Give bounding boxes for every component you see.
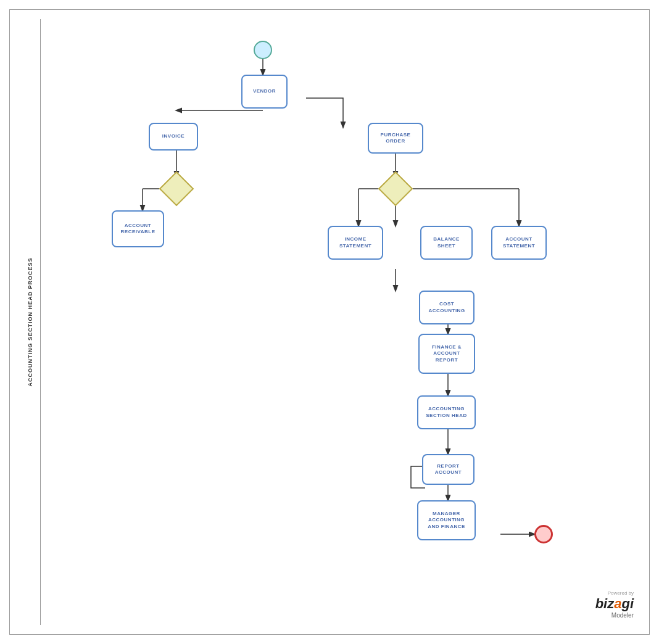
finance-account-report-label: FINANCE &ACCOUNTREPORT: [432, 344, 462, 363]
vendor-node: VENDOR: [241, 75, 288, 109]
diamond2-shape: [378, 171, 413, 207]
end-node: [534, 525, 553, 543]
account-receivable-label: ACCOUNTRECEIVABLE: [121, 223, 155, 236]
balance-sheet-label: BALANCESHEET: [433, 236, 460, 249]
finance-account-report-node: FINANCE &ACCOUNTREPORT: [418, 334, 475, 374]
start-circle: [254, 41, 272, 59]
cost-accounting-label: COSTACCOUNTING: [428, 301, 465, 314]
side-label-text: ACCOUNTING SECTION HEAD PROCESS: [27, 257, 33, 386]
income-statement-node: INCOMESTATEMENT: [328, 226, 383, 260]
report-account-label: REPORTACCOUNT: [435, 463, 462, 476]
page: ACCOUNTING SECTION HEAD PROCESS: [0, 0, 659, 644]
diagram-area: VENDOR INVOICE PURCHASEORDER ACCOUNTRECE…: [41, 19, 640, 625]
end-circle: [534, 525, 553, 543]
invoice-node: INVOICE: [149, 123, 198, 151]
account-statement-node: ACCOUNTSTATEMENT: [491, 226, 547, 260]
side-label: ACCOUNTING SECTION HEAD PROCESS: [19, 19, 41, 625]
cost-accounting-node: COSTACCOUNTING: [419, 291, 475, 324]
invoice-label: INVOICE: [162, 133, 184, 139]
balance-sheet-node: BALANCESHEET: [420, 226, 473, 260]
accounting-section-head-label: ACCOUNTINGSECTION HEAD: [426, 406, 466, 419]
accounting-section-head-node: ACCOUNTINGSECTION HEAD: [417, 395, 476, 429]
diamond2-node: [383, 176, 408, 201]
vendor-label: VENDOR: [253, 88, 276, 94]
diamond1-node: [164, 176, 189, 201]
outer-border: ACCOUNTING SECTION HEAD PROCESS: [9, 9, 650, 635]
purchase-order-label: PURCHASEORDER: [381, 132, 411, 145]
account-statement-label: ACCOUNTSTATEMENT: [503, 236, 535, 249]
diamond1-shape: [159, 171, 194, 207]
income-statement-label: INCOMESTATEMENT: [339, 236, 371, 249]
manager-accounting-node: MANAGERACCOUNTINGAND FINANCE: [417, 500, 476, 540]
manager-accounting-label: MANAGERACCOUNTINGAND FINANCE: [428, 511, 465, 530]
powered-by-text: Powered by: [595, 590, 634, 596]
purchase-order-node: PURCHASEORDER: [368, 123, 423, 154]
modeler-text: Modeler: [595, 612, 634, 619]
report-account-node: REPORTACCOUNT: [422, 454, 475, 485]
start-node: [254, 41, 272, 59]
account-receivable-node: ACCOUNTRECEIVABLE: [112, 210, 164, 247]
watermark: Powered by bizagi Modeler: [595, 590, 634, 619]
bizagi-brand: bizagi: [595, 596, 634, 612]
